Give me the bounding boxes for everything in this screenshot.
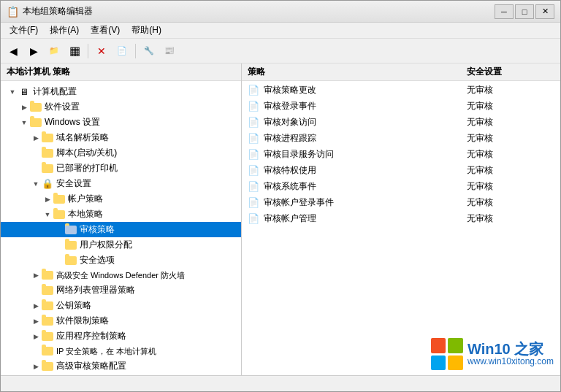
- tree-item-public-key[interactable]: ▶ 公钥策略: [1, 298, 241, 313]
- doc-icon-5: 📄: [248, 165, 259, 177]
- policy-name-8: 审核帐户管理: [264, 212, 467, 225]
- policy-row-5[interactable]: 📄 审核特权使用 无审核: [242, 163, 560, 179]
- folder-icon-security-options: [65, 255, 77, 266]
- menu-view[interactable]: 查看(V): [85, 23, 126, 38]
- policy-row-1[interactable]: 📄 审核登录事件 无审核: [242, 99, 560, 115]
- tree-item-ip-security[interactable]: ▶ IP 安全策略，在 本地计算机: [1, 344, 241, 358]
- doc-icon-0: 📄: [248, 85, 259, 96]
- policy-row-8[interactable]: 📄 审核帐户管理 无审核: [242, 211, 560, 227]
- expander-public-key[interactable]: ▶: [30, 300, 42, 312]
- tree-label-security-options: 安全选项: [80, 254, 115, 266]
- tree-label-printers: 已部署的打印机: [56, 162, 118, 174]
- doc-icon-7: 📄: [248, 197, 259, 209]
- left-panel: 本地计算机 策略 ▼ 🖥 计算机配置 ▶ 软件设置: [1, 64, 242, 375]
- tree-label-security-settings: 安全设置: [56, 177, 91, 190]
- toolbar: ◀ ▶ 📁 ▦ ✕ 📄 🔧 📰: [1, 39, 560, 64]
- menu-help[interactable]: 帮助(H): [126, 23, 167, 38]
- watermark-title: Win10 之家: [468, 342, 554, 356]
- folder-icon-software-restriction: [42, 315, 53, 327]
- tree-item-network-list[interactable]: ▶ 网络列表管理器策略: [1, 283, 241, 298]
- tree-item-printers[interactable]: ▶ 已部署的打印机: [1, 161, 241, 176]
- folder-icon-user-rights: [65, 239, 77, 251]
- tree-item-dns[interactable]: ▶ 域名解析策略: [1, 130, 241, 145]
- menu-action[interactable]: 操作(A): [44, 23, 85, 38]
- up-button[interactable]: 📁: [45, 42, 64, 61]
- folder-icon-public-key: [42, 300, 53, 312]
- policy-row-2[interactable]: 📄 审核对象访问 无审核: [242, 115, 560, 131]
- col-header-policy: 策略: [248, 66, 467, 78]
- tree-item-software-settings[interactable]: ▶ 软件设置: [1, 99, 241, 115]
- rename-button[interactable]: 📄: [112, 42, 131, 61]
- policy-row-4[interactable]: 📄 审核目录服务访问 无审核: [242, 147, 560, 163]
- tree-label-app-control: 应用程序控制策略: [56, 330, 126, 342]
- policy-row-7[interactable]: 📄 审核帐户登录事件 无审核: [242, 195, 560, 211]
- tree-item-windows-settings[interactable]: ▼ Windows 设置: [1, 115, 241, 130]
- tree-item-security-settings[interactable]: ▼ 🔒 安全设置: [1, 176, 241, 191]
- tree-item-computer-config[interactable]: ▼ 🖥 计算机配置: [1, 84, 241, 99]
- minimize-button[interactable]: ─: [495, 4, 514, 19]
- expander-security-settings[interactable]: ▼: [30, 178, 42, 190]
- tree-label-advanced-audit: 高级审核策略配置: [56, 360, 126, 372]
- expander-account-policy[interactable]: ▶: [42, 193, 53, 205]
- right-panel: 策略 安全设置 📄 审核策略更改 无审核 📄 审核登录事件 无审核 📄 审核对象…: [242, 64, 560, 375]
- expander-advanced-audit[interactable]: ▶: [30, 361, 42, 372]
- tree: ▼ 🖥 计算机配置 ▶ 软件设置 ▼ Windows 设置: [1, 81, 241, 375]
- maximize-button[interactable]: □: [515, 4, 534, 19]
- tree-item-account-policy[interactable]: ▶ 帐户策略: [1, 191, 241, 207]
- tree-label-defender-firewall: 高级安全 Windows Defender 防火墙: [56, 270, 185, 281]
- right-panel-header: 策略 安全设置: [242, 64, 560, 81]
- expander-computer-config[interactable]: ▼: [7, 86, 18, 98]
- folder-icon-ip-security: [42, 345, 53, 357]
- folder-icon-defender: [42, 269, 53, 281]
- tree-item-software-restriction[interactable]: ▶ 软件限制策略: [1, 313, 241, 328]
- tree-item-security-options[interactable]: ▶ 安全选项: [1, 253, 241, 268]
- col-header-security: 安全设置: [467, 66, 554, 78]
- tree-label-dns: 域名解析策略: [56, 131, 109, 144]
- main-content: 本地计算机 策略 ▼ 🖥 计算机配置 ▶ 软件设置: [1, 64, 560, 375]
- tree-item-user-rights[interactable]: ▶ 用户权限分配: [1, 237, 241, 253]
- tree-item-advanced-audit[interactable]: ▶ 高级审核策略配置: [1, 358, 241, 374]
- delete-button[interactable]: ✕: [92, 42, 111, 61]
- policy-row-6[interactable]: 📄 审核系统事件 无审核: [242, 179, 560, 195]
- show-hide-button[interactable]: ▦: [65, 42, 84, 61]
- policy-name-3: 审核进程跟踪: [264, 132, 467, 145]
- expander-app-control[interactable]: ▶: [30, 331, 42, 342]
- policy-row-3[interactable]: 📄 审核进程跟踪 无审核: [242, 131, 560, 147]
- tree-item-scripts[interactable]: ▶ 脚本(启动/关机): [1, 145, 241, 161]
- expander-software-restriction[interactable]: ▶: [30, 315, 42, 327]
- properties-button[interactable]: 🔧: [140, 42, 159, 61]
- folder-icon-account: [53, 193, 65, 205]
- menu-file[interactable]: 文件(F): [4, 23, 44, 38]
- tree-item-app-control[interactable]: ▶ 应用程序控制策略: [1, 328, 241, 344]
- title-bar: 📋 本地组策略编辑器 ─ □ ✕: [1, 1, 560, 23]
- tree-label-account-policy: 帐户策略: [68, 193, 103, 205]
- expander-dns[interactable]: ▶: [30, 132, 42, 144]
- tree-item-qos[interactable]: ▶ 📊 基于策略的 QoS: [1, 374, 241, 375]
- doc-icon-2: 📄: [248, 117, 259, 128]
- tree-label-ip-security: IP 安全策略，在 本地计算机: [56, 346, 156, 357]
- policy-row-0[interactable]: 📄 审核策略更改 无审核: [242, 82, 560, 99]
- doc-icon-3: 📄: [248, 133, 259, 145]
- windows-logo: [431, 338, 463, 370]
- tree-label-windows-settings: Windows 设置: [45, 116, 100, 128]
- help-button[interactable]: 📰: [160, 42, 179, 61]
- expander-software-settings[interactable]: ▶: [18, 101, 30, 113]
- tree-label-software-restriction: 软件限制策略: [56, 315, 109, 327]
- expander-local-policy[interactable]: ▼: [42, 209, 53, 220]
- tree-item-defender-firewall[interactable]: ▶ 高级安全 Windows Defender 防火墙: [1, 268, 241, 283]
- tree-item-local-policy[interactable]: ▼ 本地策略: [1, 207, 241, 222]
- forward-button[interactable]: ▶: [24, 42, 43, 61]
- policy-name-7: 审核帐户登录事件: [264, 196, 467, 209]
- folder-icon-local: [53, 209, 65, 220]
- expander-defender[interactable]: ▶: [30, 269, 42, 281]
- policy-value-2: 无审核: [467, 116, 554, 128]
- tree-item-audit-policy[interactable]: ▶ 审核策略: [1, 222, 241, 237]
- close-button[interactable]: ✕: [535, 4, 554, 19]
- policy-value-5: 无审核: [467, 164, 554, 177]
- back-button[interactable]: ◀: [4, 42, 23, 61]
- computer-icon: 🖥: [18, 86, 30, 98]
- expander-windows-settings[interactable]: ▼: [18, 117, 30, 128]
- doc-icon-1: 📄: [248, 101, 259, 112]
- folder-icon-network: [42, 285, 53, 296]
- window-controls: ─ □ ✕: [495, 4, 554, 19]
